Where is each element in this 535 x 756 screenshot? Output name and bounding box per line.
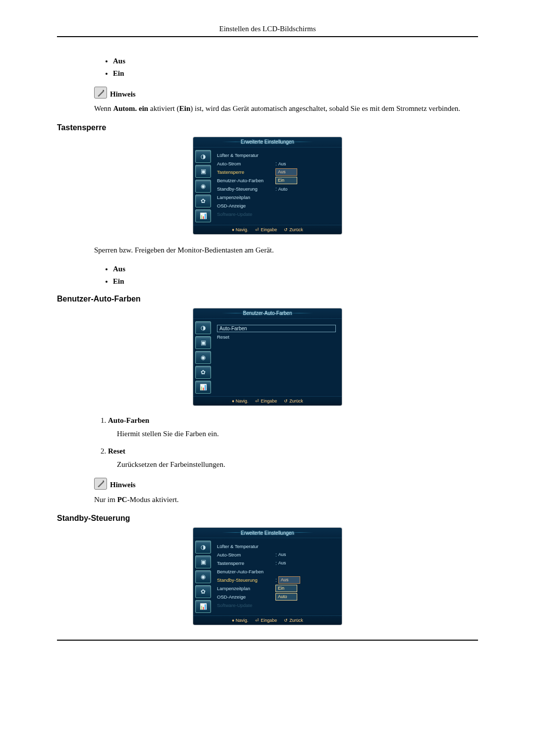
- enter-icon: ⏎: [255, 227, 259, 232]
- return-icon: ↺: [284, 399, 288, 403]
- osd-row-dim: Software-Update: [215, 601, 338, 609]
- note-icon: [94, 87, 107, 99]
- heading-standby-steuerung: Standby-Steuerung: [57, 514, 478, 523]
- osd-row: Lüfter & Temperatur: [215, 151, 338, 159]
- footer-navig: ♦Navig.: [232, 618, 248, 623]
- nt-b1: PC: [117, 496, 127, 504]
- osd-label: OSD-Anzeige: [217, 203, 275, 208]
- osd-row: Benutzer-Auto-FarbenEin: [215, 177, 338, 185]
- section-autom-ein: Aus Ein Hinweis Wenn Autom. ein aktivier…: [94, 57, 478, 114]
- note-text: Wenn Autom. ein aktiviert (Ein) ist, wir…: [94, 103, 478, 114]
- osd-label: Software-Update: [217, 603, 275, 608]
- osd-sidebar: ◑ ▣ ◉ ✿ 📊: [193, 148, 213, 225]
- note-text: Nur im PC-Modus aktiviert.: [94, 495, 478, 505]
- footer-zuruck: ↺Zurück: [284, 618, 303, 623]
- osd-label: Tastensperre: [217, 560, 275, 566]
- footer-navig: ♦Navig.: [232, 399, 248, 403]
- osd-label: Reset: [217, 334, 275, 340]
- sidebar-icon-3: ◉: [195, 180, 211, 193]
- benutzerauto-content: Auto-Farben Hiermit stellen Sie die Farb…: [94, 416, 478, 505]
- nt-b1: Autom. ein: [113, 104, 148, 112]
- nt-post: ) ist, wird das Gerät automatisch angesc…: [190, 104, 460, 112]
- document-page: Einstellen des LCD-Bildschirms Aus Ein H…: [0, 0, 535, 670]
- osd-row-selected: Standby-Steuerung:Aus: [215, 576, 338, 584]
- osd-label: Software-Update: [217, 211, 275, 217]
- sidebar-icon-1: ◑: [195, 321, 211, 334]
- osd-label: Lampenzeitplan: [217, 586, 275, 591]
- osd-row: OSD-AnzeigeAuto: [215, 593, 338, 601]
- sidebar-icon-5: 📊: [195, 209, 211, 222]
- osd-menu: Lüfter & Temperatur Auto-Strom:Aus Taste…: [213, 538, 342, 615]
- osd-label: Benutzer-Auto-Farben: [217, 178, 275, 183]
- osd-footer: ♦Navig. ⏎Eingabe ↺Zurück: [193, 615, 342, 625]
- osd-menu: Auto-Farben Reset: [213, 319, 342, 396]
- osd-title: Erweiterte Einstellungen: [193, 528, 342, 538]
- arrows-icon: ♦: [232, 227, 234, 232]
- osd-label: Benutzer-Auto-Farben: [217, 569, 275, 574]
- osd-row: Standby-Steuerung:Auto: [215, 185, 338, 193]
- osd-value: Ein: [275, 585, 297, 592]
- colon: :: [275, 560, 277, 566]
- osd-row: Lampenzeitplan: [215, 194, 338, 202]
- option-ein: Ein: [113, 277, 478, 286]
- osd-value: Ein: [275, 177, 297, 184]
- nt-pre: Wenn: [94, 104, 113, 112]
- osd-sidebar: ◑ ▣ ◉ ✿ 📊: [193, 538, 213, 615]
- osd-body: ◑ ▣ ◉ ✿ 📊 Auto-Farben Reset: [193, 319, 342, 396]
- item-title: Auto-Farben: [108, 416, 478, 425]
- osd-sidebar: ◑ ▣ ◉ ✿ 📊: [193, 319, 213, 396]
- sidebar-icon-2: ▣: [195, 555, 211, 568]
- footer-eingabe: ⏎Eingabe: [255, 618, 277, 623]
- osd-menu: Lüfter & Temperatur Auto-Strom:Aus Taste…: [213, 148, 342, 225]
- sidebar-icon-1: ◑: [195, 541, 211, 554]
- osd-value: Aus: [278, 161, 286, 166]
- item-desc: Hiermit stellen Sie die Farben ein.: [108, 430, 478, 438]
- osd-row: Auto-Strom:Aus: [215, 551, 338, 558]
- osd-label: Standby-Steuerung: [217, 186, 275, 192]
- osd-row-dim: Software-Update: [215, 210, 338, 218]
- sidebar-icon-3: ◉: [195, 351, 211, 364]
- tastensperre-content: Sperren bzw. Freigeben der Monitor-Bedie…: [94, 245, 478, 286]
- osd-title: Erweiterte Einstellungen: [193, 137, 342, 148]
- osd-value: Auto: [278, 187, 288, 192]
- footer-eingabe: ⏎Eingabe: [255, 399, 277, 403]
- note-label: Hinweis: [110, 90, 136, 99]
- osd-row: Tastensperre:Aus: [215, 559, 338, 567]
- item-title: Reset: [108, 447, 478, 455]
- osd-title: Benutzer-Auto-Farben: [193, 308, 342, 319]
- note-icon: [94, 478, 107, 490]
- osd-body: ◑ ▣ ◉ ✿ 📊 Lüfter & Temperatur Auto-Strom…: [193, 148, 342, 225]
- option-aus: Aus: [113, 57, 478, 65]
- sidebar-icon-4: ✿: [195, 366, 211, 379]
- osd-row: Lüfter & Temperatur: [215, 542, 338, 550]
- colon: :: [275, 161, 277, 166]
- list-item: Auto-Farben Hiermit stellen Sie die Farb…: [108, 416, 478, 438]
- osd-value: Aus: [278, 552, 286, 557]
- osd-footer: ♦Navig. ⏎Eingabe ↺Zurück: [193, 225, 342, 234]
- osd-footer: ♦Navig. ⏎Eingabe ↺Zurück: [193, 396, 342, 405]
- page-header-title: Einstellen des LCD-Bildschirms: [57, 25, 478, 33]
- tastensperre-desc: Sperren bzw. Freigeben der Monitor-Bedie…: [94, 245, 478, 256]
- osd-label: Auto-Farben: [217, 325, 336, 332]
- osd-label: OSD-Anzeige: [217, 594, 275, 600]
- sidebar-icon-1: ◑: [195, 150, 211, 163]
- osd-value: Aus: [278, 560, 286, 565]
- header-rule: [57, 36, 478, 37]
- note-block: Hinweis: [94, 87, 478, 99]
- osd-value: Auto: [275, 593, 297, 601]
- sidebar-icon-5: 📊: [195, 381, 211, 394]
- item-desc: Zurücksetzen der Farbeinstellungen.: [108, 460, 478, 469]
- sidebar-icon-2: ▣: [195, 165, 211, 178]
- footer-zuruck: ↺Zurück: [284, 399, 303, 403]
- osd-row: Auto-Strom:Aus: [215, 160, 338, 168]
- sidebar-icon-5: 📊: [195, 600, 211, 613]
- footer-rule: [57, 640, 478, 641]
- colon: :: [275, 577, 277, 583]
- arrows-icon: ♦: [232, 618, 234, 623]
- sidebar-icon-2: ▣: [195, 336, 211, 349]
- option-ein: Ein: [113, 69, 478, 78]
- osd-label: Auto-Strom: [217, 552, 275, 557]
- footer-navig: ♦Navig.: [232, 227, 248, 232]
- osd-row: Reset: [215, 333, 338, 341]
- return-icon: ↺: [284, 227, 288, 232]
